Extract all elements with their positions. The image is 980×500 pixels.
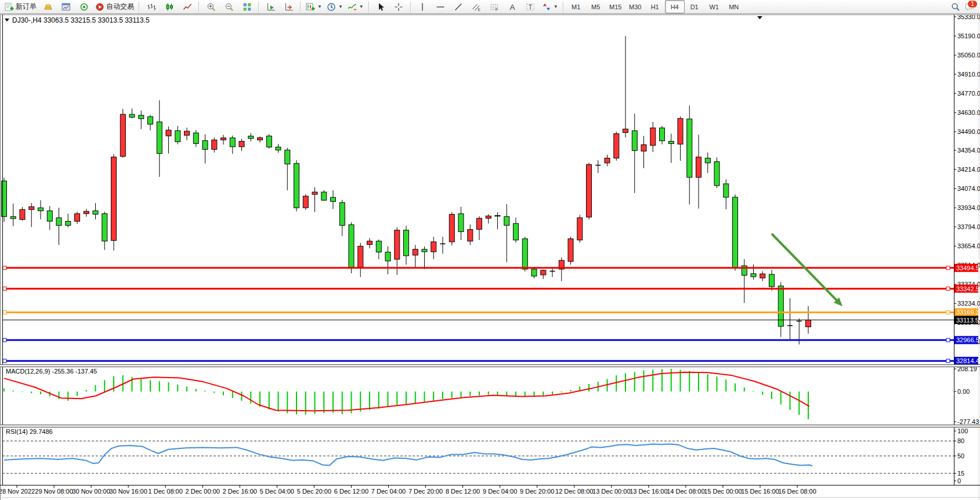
crosshair-icon [394, 2, 403, 12]
button-label: M15 [609, 3, 621, 10]
toolbar-separator [410, 2, 411, 12]
bar-chart-icon [147, 2, 156, 12]
line-chart-button[interactable] [178, 0, 196, 13]
vertical-line-button[interactable] [414, 0, 432, 13]
line-handle-left[interactable] [3, 310, 6, 314]
zoom-out-icon [225, 2, 234, 12]
horizontal-line-icon [436, 2, 445, 12]
fibonacci-button[interactable]: F [486, 0, 504, 13]
chat-button[interactable]: 1 [965, 2, 974, 12]
chart-title: DJ30-,H4 33063.5 33215.5 33013.5 33113.5 [12, 16, 150, 24]
button-label: D1 [690, 3, 699, 10]
toolbar-group-timeframes: M1M5M15M30H1H4D1W1MN [566, 0, 744, 14]
line-handle-right[interactable] [946, 310, 950, 314]
svg-text:35190.0: 35190.0 [957, 32, 980, 39]
timeframe-h4-button[interactable]: H4 [665, 0, 685, 13]
line-chart-icon [183, 2, 192, 12]
svg-text:2 Dec 16:00: 2 Dec 16:00 [223, 488, 257, 495]
trendline-icon [454, 2, 463, 12]
notification-badge: 1 [967, 0, 978, 8]
timeframe-mn-button[interactable]: MN [724, 0, 744, 13]
svg-text:34354.0: 34354.0 [957, 147, 980, 154]
chart-window-button[interactable] [57, 0, 75, 13]
crosshair-button[interactable] [390, 0, 408, 13]
zoom-out-button[interactable] [220, 0, 238, 13]
search-button[interactable] [951, 2, 960, 12]
button-label: H1 [651, 3, 659, 10]
svg-text:33169.3: 33169.3 [956, 309, 979, 316]
svg-text:33494.5: 33494.5 [956, 265, 979, 271]
toolbar-group-scroll [262, 0, 298, 14]
horizontal-line-button[interactable] [432, 0, 450, 13]
svg-text:34074.0: 34074.0 [957, 185, 980, 192]
channel-icon: E [472, 2, 481, 12]
zoom-in-button[interactable] [202, 0, 220, 13]
tile-windows-button[interactable] [238, 0, 256, 13]
svg-text:35330.0: 35330.0 [957, 15, 980, 20]
toolbar-separator [258, 2, 259, 12]
svg-text:34630.0: 34630.0 [957, 109, 980, 116]
line-handle-right[interactable] [946, 287, 950, 291]
new-chart-button[interactable]: ▼ [303, 0, 324, 13]
periods-icon [327, 2, 336, 12]
vertical-line-icon [418, 2, 427, 12]
chart-window-icon [62, 2, 71, 12]
autotrading-icon [95, 2, 104, 12]
price-badge: 33494.5 [954, 264, 979, 272]
line-handle-left[interactable] [3, 338, 6, 342]
button-label: 新订单 [16, 2, 37, 12]
candlestick-button[interactable] [160, 0, 178, 13]
timeframe-w1-button[interactable]: W1 [704, 0, 724, 13]
trendline-button[interactable] [450, 0, 468, 13]
line-handle-left[interactable] [3, 359, 6, 363]
svg-text:30 Nov 00:00: 30 Nov 00:00 [72, 488, 110, 495]
timeframe-m1-button[interactable]: M1 [566, 0, 586, 13]
chart-shift-button[interactable] [280, 0, 298, 13]
price-badge: 32966.5 [954, 336, 979, 344]
button-label: 自动交易 [106, 2, 134, 12]
line-handle-left[interactable] [3, 266, 6, 270]
chart-canvas[interactable]: 35330.035190.035050.034910.034770.034630… [0, 15, 980, 500]
dropdown-arrow-icon[interactable]: ▼ [554, 4, 558, 9]
auto-scroll-button[interactable] [262, 0, 280, 13]
autotrading-button[interactable]: 自动交易 [93, 0, 136, 13]
line-handle-right[interactable] [946, 266, 950, 270]
label-button[interactable]: T [522, 0, 540, 13]
text-button[interactable]: A [504, 0, 522, 13]
line-handle-left[interactable] [3, 287, 6, 291]
line-handle-right[interactable] [946, 338, 950, 342]
fibonacci-icon: F [490, 2, 499, 12]
bar-chart-button[interactable] [142, 0, 160, 13]
profiles-button[interactable] [39, 0, 57, 13]
periods-button[interactable]: ▼ [324, 0, 345, 13]
templates-button[interactable]: ▼ [345, 0, 366, 13]
channel-button[interactable]: E [468, 0, 486, 13]
svg-text:34770.0: 34770.0 [957, 90, 980, 97]
svg-text:33654.0: 33654.0 [957, 242, 980, 249]
svg-text:33113.5: 33113.5 [956, 317, 979, 324]
new-order-button[interactable]: 新订单 [2, 0, 39, 13]
svg-text:32966.5: 32966.5 [956, 336, 979, 343]
timeframe-h1-button[interactable]: H1 [645, 0, 665, 13]
price-badge: 32814.4 [954, 357, 979, 365]
mt4-window: 新订单自动交易▼▼▼EFAT▼M1M5M15M30H1H4D1W1MN1 353… [0, 0, 980, 500]
dropdown-arrow-icon[interactable]: ▼ [317, 4, 322, 9]
price-badge: 33169.3 [954, 308, 979, 316]
arrows-button[interactable]: ▼ [540, 0, 560, 13]
arrows-icon [542, 2, 551, 12]
cursor-button[interactable] [372, 0, 390, 13]
toolbar: 新订单自动交易▼▼▼EFAT▼M1M5M15M30H1H4D1W1MN1 [0, 0, 980, 14]
svg-text:30 Nov 16:00: 30 Nov 16:00 [109, 488, 147, 495]
svg-text:0.00: 0.00 [957, 388, 970, 395]
timeframe-m5-button[interactable]: M5 [586, 0, 606, 13]
dropdown-arrow-icon[interactable]: ▼ [338, 4, 343, 9]
timeframe-m30-button[interactable]: M30 [625, 0, 645, 13]
timeframe-m15-button[interactable]: M15 [606, 0, 625, 13]
svg-text:34910.0: 34910.0 [957, 71, 980, 78]
chart-menu-triangle[interactable] [5, 19, 9, 21]
svg-text:E: E [478, 7, 481, 11]
timeframe-d1-button[interactable]: D1 [685, 0, 704, 13]
market-depth-button[interactable] [75, 0, 93, 13]
dropdown-arrow-icon[interactable]: ▼ [359, 4, 364, 9]
line-handle-right[interactable] [946, 359, 950, 363]
